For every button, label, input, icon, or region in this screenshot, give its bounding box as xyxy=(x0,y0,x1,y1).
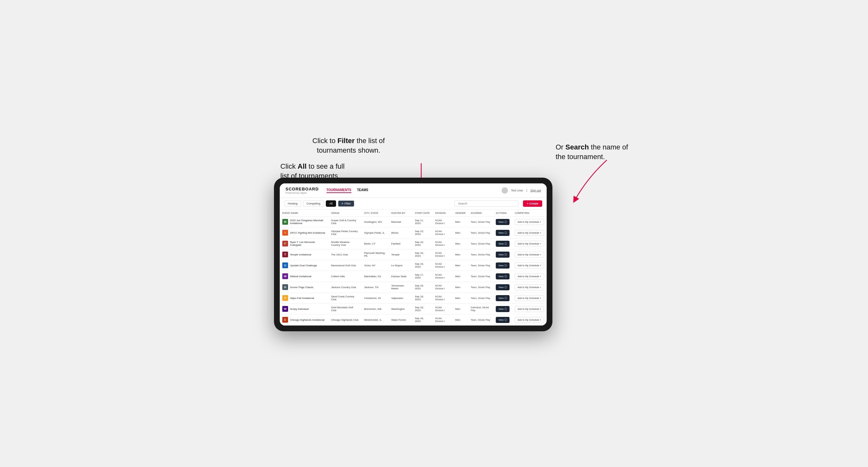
venue-cell-8: Gold Mountain Golf Club xyxy=(329,304,361,314)
view-button-7[interactable]: View ⓘ xyxy=(496,295,509,301)
competing-cell-1: Add to My Schedule + xyxy=(512,227,547,238)
event-name-cell-7: V Valpo Fall Invitational xyxy=(280,292,329,304)
competing-cell-8: Add to My Schedule + xyxy=(512,304,547,314)
view-button-3[interactable]: View ⓘ xyxy=(496,252,509,258)
city-state-cell-7: Chesterton, IN xyxy=(362,292,389,304)
venue-cell-2: Shuttle Meadow Country Club xyxy=(329,238,361,249)
division-cell-5: NCAA Division I xyxy=(433,271,453,282)
city-state-cell-9: Westchester, IL xyxy=(362,314,389,325)
header-right: Test User | Sign out xyxy=(501,187,541,194)
venue-cell-5: Colbert Hills xyxy=(329,271,361,282)
view-icon-4: ⓘ xyxy=(504,264,507,267)
col-hosted-by: HOSTED BY xyxy=(389,210,412,217)
add-to-schedule-button-4[interactable]: Add to My Schedule + xyxy=(515,262,544,269)
sign-out-link[interactable]: Sign out xyxy=(530,189,541,192)
col-competing: COMPETING xyxy=(512,210,547,217)
team-logo-7: V xyxy=(282,295,288,301)
event-name-cell-6: G Grover Page Classic xyxy=(280,282,329,292)
view-icon-0: ⓘ xyxy=(504,220,507,224)
add-to-schedule-button-3[interactable]: Add to My Schedule + xyxy=(515,252,544,258)
hosted-by-cell-0: Marshall xyxy=(389,216,412,227)
view-button-9[interactable]: View ⓘ xyxy=(496,317,509,323)
gender-cell-5: Men xyxy=(453,271,468,282)
team-logo-6: G xyxy=(282,284,288,290)
filter-button[interactable]: ≡ Filter xyxy=(338,200,354,207)
gender-cell-0: Men xyxy=(453,216,468,227)
city-state-cell-2: Berlin, CT xyxy=(362,238,389,249)
start-date-cell-1: Sep 15, 2023 xyxy=(412,227,432,238)
search-input[interactable] xyxy=(455,200,519,207)
city-state-cell-5: Manhattan, KS xyxy=(362,271,389,282)
gender-cell-6: Men xyxy=(453,282,468,292)
team-logo-8: W xyxy=(282,306,288,312)
hosted-by-cell-9: Wake Forest xyxy=(389,314,412,325)
logo-area: SCOREBOARD Powered by clippd xyxy=(285,187,319,194)
scoring-cell-5: Team, Stroke Play xyxy=(468,271,494,282)
hosted-by-cell-5: Kansas State xyxy=(389,271,412,282)
action-cell-1: View ⓘ xyxy=(493,227,512,238)
table-row: W Wildcat Invitational Colbert Hills Man… xyxy=(280,271,547,282)
competing-cell-4: Add to My Schedule + xyxy=(512,260,547,271)
scoring-cell-2: Team, Stroke Play xyxy=(468,238,494,249)
nav-teams[interactable]: TEAMS xyxy=(357,188,368,193)
add-to-schedule-button-7[interactable]: Add to My Schedule + xyxy=(515,295,544,301)
add-to-schedule-button-1[interactable]: Add to My Schedule + xyxy=(515,230,544,236)
create-button[interactable]: + Create xyxy=(523,200,542,207)
hosted-by-cell-7: Valparaiso xyxy=(389,292,412,304)
tab-hosting[interactable]: Hosting xyxy=(284,200,301,207)
add-to-schedule-button-8[interactable]: Add to My Schedule + xyxy=(515,306,544,312)
action-cell-5: View ⓘ xyxy=(493,271,512,282)
scoring-cell-3: Team, Stroke Play xyxy=(468,249,494,260)
scoring-cell-0: Team, Stroke Play xyxy=(468,216,494,227)
view-button-5[interactable]: View ⓘ xyxy=(496,273,509,279)
competing-cell-0: Add to My Schedule + xyxy=(512,216,547,227)
col-actions: ACTIONS xyxy=(493,210,512,217)
scoring-cell-9: Team, Stroke Play xyxy=(468,314,494,325)
event-name-6: Grover Page Classic xyxy=(290,286,313,289)
nav-tournaments[interactable]: TOURNAMENTS xyxy=(327,188,351,193)
team-logo-2: F xyxy=(282,241,288,246)
view-icon-5: ⓘ xyxy=(504,275,507,278)
view-button-8[interactable]: View ⓘ xyxy=(496,306,509,312)
competing-cell-7: Add to My Schedule + xyxy=(512,292,547,304)
venue-cell-9: Chicago Highlands Club xyxy=(329,314,361,325)
competing-cell-3: Add to My Schedule + xyxy=(512,249,547,260)
event-name-cell-0: M 2023 Joe Feaganes Marshall Invitationa… xyxy=(280,216,329,227)
tab-all[interactable]: All xyxy=(326,200,336,207)
event-name-cell-9: C Chicago Highlands Invitational xyxy=(280,314,329,325)
table-row: M 2023 Joe Feaganes Marshall Invitationa… xyxy=(280,216,547,227)
event-name-1: OFCC Fighting Illini Invitational xyxy=(290,231,325,234)
tablet-screen: SCOREBOARD Powered by clippd TOURNAMENTS… xyxy=(280,183,547,325)
start-date-cell-3: Sep 16, 2023 xyxy=(412,249,432,260)
tab-competing[interactable]: Competing xyxy=(303,200,324,207)
division-cell-2: NCAA Division I xyxy=(433,238,453,249)
event-name-cell-2: F Ryan T. Lee Memorial Collegiate xyxy=(280,238,329,249)
table-row: F Ryan T. Lee Memorial Collegiate Shuttl… xyxy=(280,238,547,249)
add-to-schedule-button-5[interactable]: Add to My Schedule + xyxy=(515,273,544,279)
event-name-0: 2023 Joe Feaganes Marshall Invitational xyxy=(290,219,326,225)
view-icon-7: ⓘ xyxy=(504,297,507,300)
event-name-4: Upstate Dual Challenge xyxy=(290,264,317,267)
add-to-schedule-button-0[interactable]: Add to My Schedule + xyxy=(515,219,544,225)
view-icon-9: ⓘ xyxy=(504,318,507,322)
view-button-0[interactable]: View ⓘ xyxy=(496,219,509,225)
action-cell-0: View ⓘ xyxy=(493,216,512,227)
division-cell-0: NCAA Division I xyxy=(433,216,453,227)
hosted-by-cell-6: Tennessee-Martin xyxy=(389,282,412,292)
tournaments-table: EVENT NAME VENUE CITY, STATE HOSTED BY S… xyxy=(280,210,547,325)
logo-sub: Powered by clippd xyxy=(285,191,319,194)
gender-cell-2: Men xyxy=(453,238,468,249)
view-button-2[interactable]: View ⓘ xyxy=(496,241,509,247)
competing-cell-5: Add to My Schedule + xyxy=(512,271,547,282)
add-to-schedule-button-9[interactable]: Add to My Schedule + xyxy=(515,317,544,323)
add-to-schedule-button-2[interactable]: Add to My Schedule + xyxy=(515,241,544,247)
add-to-schedule-button-6[interactable]: Add to My Schedule + xyxy=(515,284,544,290)
city-state-cell-4: Victor, NY xyxy=(362,260,389,271)
user-name: Test User xyxy=(511,189,523,192)
view-button-4[interactable]: View ⓘ xyxy=(496,262,509,269)
division-cell-1: NCAA Division I xyxy=(433,227,453,238)
col-city-state: CITY, STATE xyxy=(362,210,389,217)
view-button-6[interactable]: View ⓘ xyxy=(496,284,509,290)
event-name-2: Ryan T. Lee Memorial Collegiate xyxy=(290,241,326,246)
view-button-1[interactable]: View ⓘ xyxy=(496,230,509,236)
